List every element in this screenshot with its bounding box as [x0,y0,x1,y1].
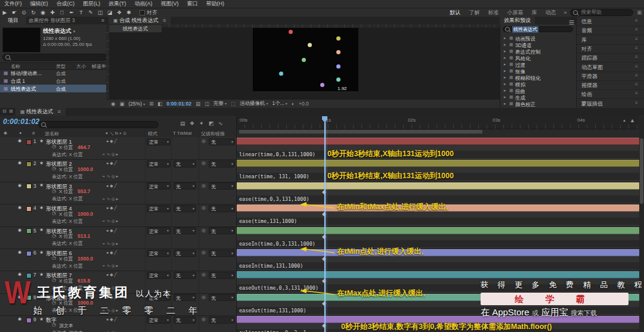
menu-item[interactable]: 视图(V) [157,0,183,8]
parent-select[interactable]: 无▾ [209,317,235,324]
expression-text[interactable]: easeIn(time,131,1000) [239,263,303,269]
zoom-out-mountain-icon[interactable]: ▲ [623,119,626,122]
trkmat-select[interactable]: 无▾ [174,250,196,257]
layer-visibility-eye-icon[interactable]: ◉ [18,138,21,143]
expression-row-icons[interactable]: ＝ ∿ ◎ ▸ [101,218,118,224]
workspace-tab[interactable]: 了解 [465,9,484,17]
viewer-timecode[interactable]: 0:00:01:02 [166,101,191,107]
parent-pickwhip-icon[interactable]: ◎ [202,250,206,255]
workspace-tab[interactable]: 库 [527,9,541,17]
parent-link-header[interactable]: 父级和链接 [201,131,225,137]
shape-tool-icon[interactable]: □ [57,10,67,15]
layer-duration-bar[interactable] [237,160,639,167]
expand-arrow-icon[interactable]: ▸ [504,88,506,93]
panel-menu-icon[interactable]: ≡ [635,27,638,32]
property-name[interactable]: X 位置 [59,144,73,151]
workspace-overflow-chevron[interactable]: » [564,10,566,15]
layer-label-chip[interactable] [26,184,32,189]
roto-brush-tool-icon[interactable]: ❖ [114,10,124,15]
expand-arrow-icon[interactable]: ▸ [504,42,506,47]
trkmat-select[interactable]: 无▾ [174,205,196,212]
layer-switches-icons[interactable]: ● ◆ ╱ [106,139,117,144]
docked-panel-tab[interactable]: 动态草图≡ [577,63,644,72]
blend-mode-select[interactable]: 正常▾ [147,160,171,167]
current-timecode[interactable]: 0:00:01:02 [3,117,39,126]
puppet-pin-tool-icon[interactable]: ✱ [124,10,134,15]
panel-menu-icon[interactable]: ≡ [58,108,61,114]
zoom-tool-icon[interactable]: ⊙ [19,10,29,15]
fx-category-row[interactable]: ▸▦生成 [500,94,577,101]
layer-duration-bar[interactable] [237,249,639,256]
layer-switches-icons[interactable]: ● ◆ ╱ [106,250,117,255]
pen-tool-icon[interactable]: ✒ [67,10,76,15]
layer-visibility-eye-icon[interactable]: ◉ [18,205,21,210]
layer-label-chip[interactable] [26,318,32,323]
layer-switches-icons[interactable]: ● ◆ ╱ [106,228,117,233]
parent-pickwhip-icon[interactable]: ◎ [202,272,206,277]
expression-row-label[interactable]: 表达式: 源文本 [52,330,83,332]
docked-panel-tab[interactable]: 信息≡ [577,17,644,26]
mode-header[interactable]: 模式 [148,131,157,137]
expand-arrow-icon[interactable]: ▸ [504,101,506,106]
expression-row-label[interactable]: 表达式: X 位置 [52,263,83,269]
property-name[interactable]: 源文本 [59,322,73,329]
expand-arrow-icon[interactable]: ▸ [504,82,506,86]
trkmat-select[interactable]: 无▾ [174,182,196,190]
stopwatch-icon[interactable]: ◷ [52,322,56,327]
work-area-bar[interactable] [239,129,483,134]
blend-mode-select[interactable]: 正常▾ [147,205,171,212]
camera-tool-icon[interactable]: ◉ [38,10,48,15]
camera-select[interactable]: 活动摄像机▾ [240,100,268,107]
trkmat-select[interactable]: 无▾ [174,294,196,301]
docked-panel-tab[interactable]: 音频≡ [577,26,644,35]
stopwatch-icon[interactable]: ◷ [52,233,56,238]
expression-text[interactable]: easeOut(time,0,3,131,1000) [239,285,318,291]
current-time-indicator[interactable] [324,117,326,332]
composition-mini-flowchart-icon[interactable]: ▤ [180,120,185,126]
tab-effect-controls[interactable]: 效果控件 形状图层 3 [29,17,75,24]
layer-visibility-eye-icon[interactable]: ◉ [18,228,21,232]
panel-menu-icon[interactable]: ≡ [635,45,638,51]
property-name[interactable]: X 位置 [59,256,73,262]
project-item-row[interactable]: ▦移动/缓动表...合成 [0,69,106,77]
stopwatch-icon[interactable]: ◷ [52,166,56,171]
panel-menu-icon[interactable]: ≡ [635,18,638,23]
viewer-ruler-top[interactable] [111,24,500,27]
expression-row-label[interactable]: 表达式: X 位置 [52,218,83,225]
property-value[interactable]: 615.8 [78,278,90,284]
workspace-tab[interactable]: 动态 [541,9,560,17]
panel-menu-icon[interactable]: ≡ [635,100,638,106]
panel-menu-icon[interactable]: ≡ [635,73,638,78]
property-value[interactable]: 1000.0 [78,256,93,262]
time-ruler[interactable]: :00s01s02s03s04s [237,116,639,129]
parent-pickwhip-icon[interactable]: ◎ [202,317,206,322]
stopwatch-icon[interactable]: ◷ [52,255,56,260]
parent-pickwhip-icon[interactable]: ◎ [202,160,206,166]
timeline-search-input[interactable] [38,121,159,128]
expand-arrow-icon[interactable]: ▸ [504,62,506,67]
layer-switches-icons[interactable]: ● ◆ ╱ [106,317,117,322]
layer-duration-bar[interactable] [237,204,639,212]
blend-mode-select[interactable]: 正常▾ [147,227,171,234]
stopwatch-icon[interactable]: ◷ [52,210,56,216]
source-name-header[interactable]: 源名称 [45,131,59,137]
property-name[interactable]: X 位置 [59,188,73,195]
parent-pickwhip-icon[interactable]: ◎ [202,138,206,144]
fx-category-row[interactable]: ▸▦表达式控制 [500,48,577,55]
expression-text[interactable]: ease(time,131,1000) [239,218,297,224]
menu-item[interactable]: 动画(A) [131,0,157,8]
exposure-icon[interactable]: ◐ [292,101,295,107]
expression-row-label[interactable]: 表达式: X 位置 [52,173,83,180]
project-item-row[interactable]: ▦线性表达式合成 [0,85,106,92]
expression-text[interactable]: ease(time,0,3,131,1000) [239,196,309,202]
draft3d-icon[interactable]: ❖ [190,120,194,126]
stopwatch-icon[interactable]: ◷ [52,188,56,194]
property-name[interactable]: X 位置 [59,211,73,218]
panel-menu-icon[interactable]: ≡ [635,82,638,87]
expression-row-icons[interactable]: ＝ ∿ ◎ ▸ [101,173,118,179]
expand-arrow-icon[interactable]: ▸ [504,55,506,60]
property-value[interactable]: 464.7 [78,144,90,150]
zoom-level-select[interactable]: (25%)▾ [128,101,145,107]
layer-visibility-eye-icon[interactable]: ◉ [18,250,21,255]
property-value[interactable]: 553.7 [78,188,90,194]
